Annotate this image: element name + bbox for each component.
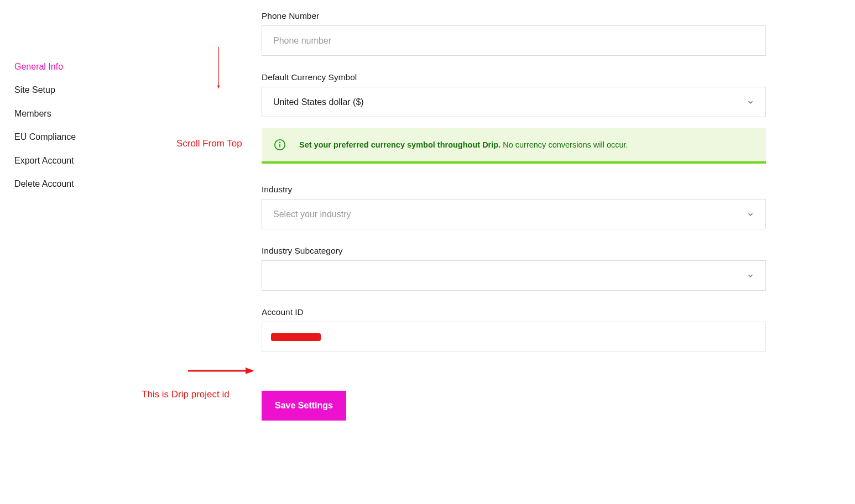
sidebar-item-eu-compliance[interactable]: EU Compliance — [14, 131, 125, 143]
industry-select-placeholder: Select your industry — [273, 209, 351, 219]
account-id-label: Account ID — [262, 307, 766, 317]
svg-point-2 — [279, 142, 280, 143]
currency-info-text: Set your preferred currency symbol throu… — [299, 140, 628, 149]
chevron-down-icon — [747, 211, 754, 218]
settings-form: Phone Number Default Currency Symbol Uni… — [262, 11, 766, 421]
sidebar-item-export-account[interactable]: Export Account — [14, 155, 125, 167]
industry-subcategory-select[interactable] — [262, 260, 766, 291]
currency-info-banner: Set your preferred currency symbol throu… — [262, 128, 766, 164]
svg-marker-4 — [217, 86, 220, 89]
industry-label: Industry — [262, 185, 766, 195]
annotation-arrow-down — [217, 18, 220, 118]
sidebar-item-site-setup[interactable]: Site Setup — [14, 84, 125, 96]
sidebar-item-general-info[interactable]: General Info — [14, 61, 125, 73]
field-industry: Industry Select your industry — [262, 185, 766, 229]
phone-number-label: Phone Number — [262, 11, 766, 21]
annotation-drip-project-id: This is Drip project id — [142, 389, 230, 400]
settings-sidebar: General Info Site Setup Members EU Compl… — [14, 61, 125, 201]
field-currency: Default Currency Symbol United States do… — [262, 72, 766, 164]
annotation-scroll-from-top: Scroll From Top — [176, 138, 242, 149]
industry-select[interactable]: Select your industry — [262, 199, 766, 229]
currency-label: Default Currency Symbol — [262, 72, 766, 82]
save-settings-button[interactable]: Save Settings — [262, 391, 346, 421]
account-id-redacted — [271, 333, 321, 341]
currency-select[interactable]: United States dollar ($) — [262, 87, 766, 117]
info-icon — [274, 139, 286, 151]
annotation-arrow-right — [188, 366, 254, 375]
sidebar-item-members[interactable]: Members — [14, 108, 125, 120]
field-industry-subcategory: Industry Subcategory — [262, 246, 766, 291]
field-phone-number: Phone Number — [262, 11, 766, 56]
account-id-display — [262, 322, 766, 352]
field-account-id: Account ID — [262, 307, 766, 352]
phone-number-input[interactable] — [262, 25, 766, 56]
sidebar-item-delete-account[interactable]: Delete Account — [14, 178, 125, 190]
svg-marker-6 — [246, 368, 254, 374]
chevron-down-icon — [747, 98, 754, 106]
chevron-down-icon — [747, 272, 754, 280]
industry-subcategory-label: Industry Subcategory — [262, 246, 766, 256]
currency-select-value: United States dollar ($) — [273, 97, 364, 107]
